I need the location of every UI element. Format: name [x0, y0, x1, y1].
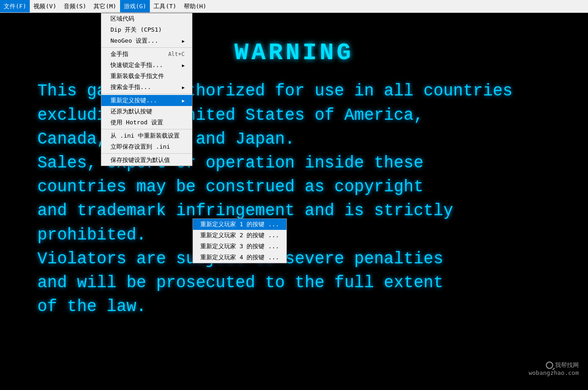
menu-item-search-cheat[interactable]: 搜索金手指... ▶ [101, 82, 192, 93]
menu-item-redefine-keys[interactable]: 重新定义按键... ▶ [101, 95, 192, 106]
menu-help[interactable]: 帮助(H) [180, 0, 210, 12]
menu-item-region-code[interactable]: 区域代码 [101, 13, 192, 24]
menu-other[interactable]: 其它(M) [90, 0, 120, 12]
cheat-shortcut: Alt+C [168, 51, 185, 57]
search-cheat-arrow: ▶ [182, 85, 185, 90]
submenu-item-p2[interactable]: 重新定义玩家 2 的按键 ... [193, 230, 286, 241]
menu-item-restore-keys[interactable]: 还原为默认按键 [101, 106, 192, 117]
quick-cheat-arrow: ▶ [182, 63, 185, 68]
menu-item-hotrod[interactable]: 使用 Hotrod 设置 [101, 117, 192, 128]
menu-file[interactable]: 文件(F) [0, 0, 30, 12]
warning-line10: of the law. [38, 295, 551, 319]
menu-item-cheat[interactable]: 金手指 Alt+C [101, 49, 192, 60]
separator-1 [101, 47, 192, 48]
warning-line6: and trademark infringement and is strict… [38, 199, 551, 223]
warning-line8: Violators are subject to severe penaltie… [38, 247, 551, 271]
menu-item-save-ini[interactable]: 立即保存设置到 .ini [101, 141, 192, 152]
menu-item-neogeo-settings[interactable]: NeoGeo 设置... ▶ [101, 35, 192, 46]
game-menu-popup: 区域代码 Dip 开关 (CPS1) NeoGeo 设置... ▶ 金手指 Al… [101, 13, 192, 166]
watermark-line1: 我帮找网 [555, 361, 579, 369]
menubar: 文件(F) 视频(V) 音频(S) 其它(M) 游戏(G) 工具(T) 帮助(H… [0, 0, 588, 13]
submenu-item-p4[interactable]: 重新定义玩家 4 的按键 ... [193, 252, 286, 263]
separator-4 [101, 153, 192, 154]
search-icon [546, 362, 553, 369]
separator-2 [101, 94, 192, 94]
warning-line5: countries may be construed as copyright [38, 175, 551, 199]
neogeo-arrow: ▶ [182, 39, 185, 44]
watermark-line2: wobangzhao.com [528, 369, 579, 376]
redefine-keys-arrow: ▶ [182, 98, 185, 103]
menu-item-reload-cheat[interactable]: 重新装载金手指文件 [101, 71, 192, 82]
menu-tools[interactable]: 工具(T) [150, 0, 180, 12]
menu-item-reload-ini[interactable]: 从 .ini 中重新装载设置 [101, 130, 192, 141]
menu-item-dip-switch[interactable]: Dip 开关 (CPS1) [101, 24, 192, 35]
submenu-item-p3[interactable]: 重新定义玩家 3 的按键 ... [193, 241, 286, 252]
submenu-item-p1[interactable]: 重新定义玩家 1 的按键 ... [193, 219, 286, 230]
warning-line9: and will be prosecuted to the full exten… [38, 271, 551, 295]
menu-audio[interactable]: 音频(S) [60, 0, 90, 12]
menu-game[interactable]: 游戏(G) [120, 0, 150, 12]
watermark: 我帮找网 wobangzhao.com [528, 361, 579, 376]
game-area: WARNING This game is authorized for use … [0, 13, 588, 390]
separator-3 [101, 129, 192, 129]
menu-video[interactable]: 视频(V) [30, 0, 60, 12]
menu-item-quick-cheat[interactable]: 快速锁定金手指... ▶ [101, 60, 192, 71]
redefine-keys-submenu: 重新定义玩家 1 的按键 ... 重新定义玩家 2 的按键 ... 重新定义玩家… [192, 218, 287, 263]
warning-line7: prohibited. [38, 223, 551, 247]
menu-item-save-keys-default[interactable]: 保存按键设置为默认值 [101, 155, 192, 166]
